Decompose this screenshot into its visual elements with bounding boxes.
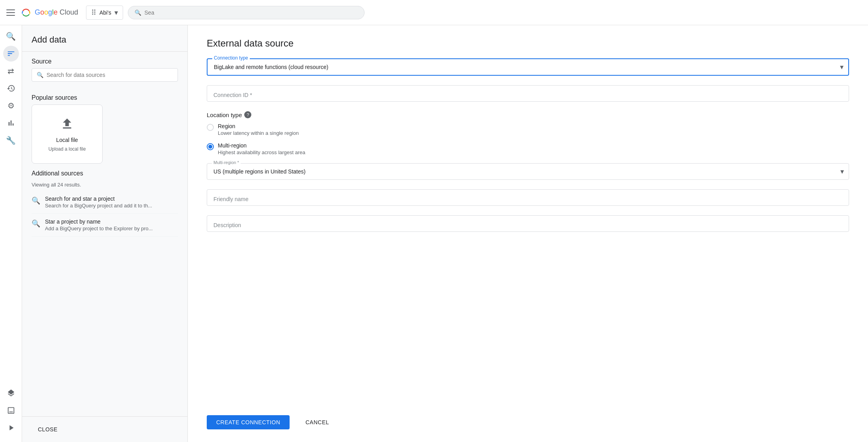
icon-sidebar: 🔍 ⇄ ⚙ 🔧 bbox=[0, 25, 22, 442]
friendly-name-group bbox=[207, 189, 849, 206]
external-panel: External data source Connection type Big… bbox=[188, 25, 868, 442]
sidebar-item-explorer[interactable] bbox=[3, 46, 19, 62]
sidebar-item-search[interactable]: 🔍 bbox=[3, 28, 19, 44]
friendly-name-wrapper bbox=[207, 189, 849, 206]
sidebar-item-settings[interactable]: ⚙ bbox=[3, 98, 19, 114]
sidebar-item-transfer[interactable]: ⇄ bbox=[3, 63, 19, 79]
source-search-box: 🔍 bbox=[32, 68, 178, 82]
multiregion-select-wrapper: Multi-region * US (multiple regions in U… bbox=[207, 163, 849, 180]
multiregion-radio-title: Multi-region bbox=[218, 142, 305, 149]
location-type-label: Location type ? bbox=[207, 111, 849, 118]
connection-type-label: Connection type bbox=[212, 55, 250, 61]
create-connection-button[interactable]: CREATE CONNECTION bbox=[207, 415, 290, 429]
popular-sources-title: Popular sources bbox=[32, 88, 178, 104]
sidebar-item-wrench[interactable]: 🔧 bbox=[3, 132, 19, 148]
footer-actions: CREATE CONNECTION CANCEL bbox=[207, 409, 849, 429]
star-project-icon: 🔍 bbox=[32, 219, 40, 228]
search-input[interactable] bbox=[144, 9, 358, 16]
close-button[interactable]: CLOSE bbox=[32, 423, 64, 436]
region-radio-title: Region bbox=[218, 123, 299, 129]
connection-type-wrapper: Connection type BigLake and remote funct… bbox=[207, 58, 849, 76]
viewing-results: Viewing all 24 results. bbox=[32, 180, 178, 191]
multiregion-select-label: Multi-region * bbox=[212, 160, 241, 165]
google-cloud-logo: Google Cloud bbox=[21, 7, 78, 18]
radio-multiregion[interactable]: Multi-region Highest availability across… bbox=[207, 141, 849, 157]
menu-icon[interactable] bbox=[6, 8, 16, 17]
popular-sources-list: Local file Upload a local file bbox=[32, 104, 178, 164]
multiregion-radio-text: Multi-region Highest availability across… bbox=[218, 142, 305, 155]
project-selector[interactable]: ⠿ Abi's ▾ bbox=[86, 6, 123, 20]
friendly-name-input[interactable] bbox=[207, 190, 849, 205]
star-project-content: Star a project by name Add a BigQuery pr… bbox=[45, 218, 153, 231]
multiregion-radio-desc: Highest availability across largest area bbox=[218, 149, 305, 155]
explorer-panel: Explorer + ADD DATA 🔍 ? Viewing all reso… bbox=[22, 25, 188, 442]
connection-id-input[interactable] bbox=[207, 86, 849, 101]
logo-text: Google Cloud bbox=[35, 8, 78, 17]
multiregion-select[interactable]: US (multiple regions in United States)EU… bbox=[207, 164, 849, 179]
description-group bbox=[207, 215, 849, 232]
location-type-help-icon[interactable]: ? bbox=[244, 111, 251, 118]
search-project-title: Search for and star a project bbox=[45, 196, 152, 202]
sidebar-item-layers[interactable] bbox=[3, 385, 19, 401]
local-file-title: Local file bbox=[56, 137, 78, 143]
cloud-logo-svg bbox=[21, 7, 32, 18]
add-data-header: Add data bbox=[22, 25, 187, 52]
add-data-content: Source 🔍 Popular sources Local file Uplo… bbox=[22, 52, 187, 416]
source-search-icon: 🔍 bbox=[37, 72, 43, 78]
search-project-icon: 🔍 bbox=[32, 196, 40, 205]
additional-sources-title: Additional sources bbox=[32, 164, 178, 180]
project-name: Abi's bbox=[99, 9, 111, 16]
search-project-desc: Search for a BigQuery project and add it… bbox=[45, 203, 152, 209]
region-radio-button[interactable] bbox=[207, 124, 214, 131]
connection-type-group: Connection type BigLake and remote funct… bbox=[207, 58, 849, 76]
add-data-panel: Add data Source 🔍 Popular sources Local … bbox=[22, 25, 187, 442]
region-radio-text: Region Lower latency within a single reg… bbox=[218, 123, 299, 136]
radio-region[interactable]: Region Lower latency within a single reg… bbox=[207, 121, 849, 138]
search-project-content: Search for and star a project Search for… bbox=[45, 196, 152, 209]
project-dot-icon: ⠿ bbox=[91, 8, 96, 17]
sidebar-item-bottom[interactable] bbox=[3, 403, 19, 418]
external-title: External data source bbox=[207, 38, 849, 49]
description-input[interactable] bbox=[207, 216, 849, 231]
add-data-title: Add data bbox=[32, 35, 66, 45]
sidebar-item-chart[interactable] bbox=[3, 115, 19, 131]
topbar: Google Cloud ⠿ Abi's ▾ 🔍 bbox=[0, 0, 868, 25]
connection-id-group bbox=[207, 85, 849, 102]
search-bar[interactable]: 🔍 bbox=[128, 6, 365, 19]
source-section-title: Source bbox=[32, 52, 178, 68]
location-type-section: Location type ? Region Lower latency wit… bbox=[207, 111, 849, 180]
sidebar-item-history[interactable] bbox=[3, 80, 19, 96]
star-project-title: Star a project by name bbox=[45, 218, 153, 225]
additional-item-star-project[interactable]: 🔍 Star a project by name Add a BigQuery … bbox=[32, 214, 178, 237]
search-bar-icon: 🔍 bbox=[135, 9, 141, 16]
add-data-footer: CLOSE bbox=[22, 416, 187, 442]
region-radio-desc: Lower latency within a single region bbox=[218, 130, 299, 136]
local-file-desc: Upload a local file bbox=[49, 146, 86, 152]
source-card-local-file[interactable]: Local file Upload a local file bbox=[32, 104, 103, 164]
cancel-button[interactable]: CANCEL bbox=[296, 415, 339, 429]
connection-id-wrapper bbox=[207, 85, 849, 102]
main-layout: 🔍 ⇄ ⚙ 🔧 Explorer + ADD DATA bbox=[0, 25, 868, 442]
sidebar-item-expand[interactable] bbox=[3, 420, 19, 436]
project-chevron-icon: ▾ bbox=[114, 8, 118, 17]
upload-icon bbox=[60, 117, 74, 134]
connection-type-select[interactable]: BigLake and remote functions (cloud reso… bbox=[208, 59, 848, 75]
description-wrapper bbox=[207, 215, 849, 232]
additional-item-search-project[interactable]: 🔍 Search for and star a project Search f… bbox=[32, 191, 178, 214]
multiregion-radio-button[interactable] bbox=[207, 143, 214, 150]
source-search-input[interactable] bbox=[47, 72, 173, 78]
star-project-desc: Add a BigQuery project to the Explorer b… bbox=[45, 226, 153, 231]
